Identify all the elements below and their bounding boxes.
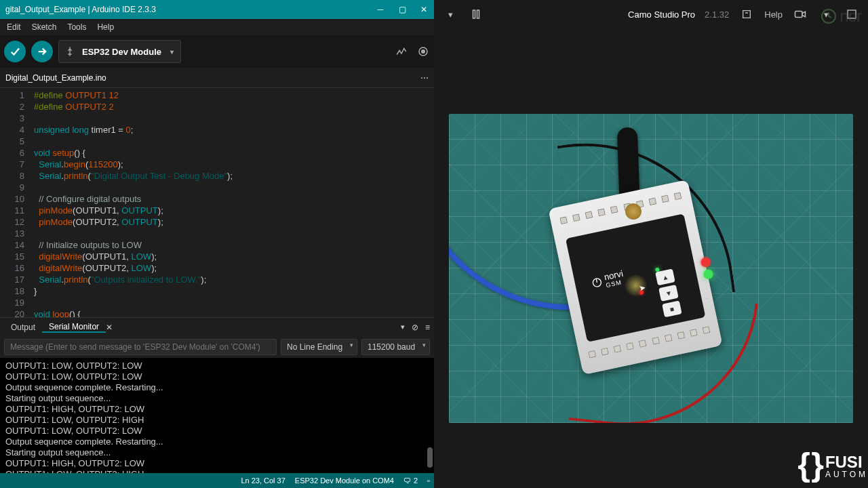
serial-message-input[interactable] <box>4 339 277 355</box>
code-line[interactable]: 2#define OUTPUT2 2 <box>0 101 434 113</box>
close-panel-icon[interactable]: ▫ <box>427 476 430 485</box>
board-name: ESP32 Dev Module <box>82 47 161 57</box>
panel-menu-icon[interactable]: ≡ <box>425 323 430 332</box>
close-serial-icon[interactable]: ✕ <box>106 323 115 332</box>
code-line[interactable]: 16 digitalWrite(OUTPUT2, LOW); <box>0 262 434 274</box>
menu-tools[interactable]: Tools <box>62 22 92 32</box>
notification-badge[interactable]: 🗨2 <box>403 476 418 485</box>
help-icon[interactable] <box>738 6 755 22</box>
menu-edit[interactable]: Edit <box>1 22 26 32</box>
console-line: Output sequence complete. Restarting... <box>5 382 429 393</box>
console-line: Starting output sequence... <box>5 393 429 404</box>
code-line[interactable]: 13 <box>0 228 434 239</box>
code-line[interactable]: 7 Serial.begin(115200); <box>0 159 434 170</box>
code-editor[interactable]: 1#define OUTPUT1 122#define OUTPUT2 234u… <box>0 88 434 317</box>
camera-preview: norvi GSM ➤ ▲ ▼ ■ <box>434 49 868 488</box>
code-line[interactable]: 8 Serial.println("Digital Output Test - … <box>0 170 434 182</box>
tab-menu-icon[interactable]: ⋯ <box>420 73 429 83</box>
svg-point-1 <box>422 50 425 54</box>
app-version: 2.1.32 <box>705 9 729 20</box>
code-line[interactable]: 15 digitalWrite(OUTPUT1, LOW); <box>0 251 434 262</box>
line-ending-select[interactable]: No Line Ending <box>281 339 357 355</box>
console-line: Starting output sequence... <box>5 447 429 458</box>
maximize-button[interactable]: ▢ <box>397 5 407 14</box>
code-line[interactable]: 19 <box>0 297 434 308</box>
code-line[interactable]: 11 pinMode(OUTPUT1, OUTPUT); <box>0 205 434 216</box>
tab-serial-monitor[interactable]: Serial Monitor <box>42 322 106 333</box>
help-label[interactable]: Help <box>764 9 783 20</box>
serial-console[interactable]: OUTPUT1: LOW, OUTPUT2: LOWOUTPUT1: LOW, … <box>0 358 434 473</box>
cutting-mat: norvi GSM ➤ ▲ ▼ ■ <box>449 114 853 423</box>
code-line[interactable]: 9 <box>0 182 434 193</box>
svg-rect-3 <box>477 10 479 18</box>
upload-button[interactable] <box>31 41 53 62</box>
code-line[interactable]: 1#define OUTPUT1 12 <box>0 89 434 101</box>
code-line[interactable]: 14 // Initialize outputs to LOW <box>0 239 434 251</box>
pause-button[interactable] <box>468 6 484 22</box>
bottom-panel-tabs: Output Serial Monitor ✕ ▾ ⊘ ≡ <box>0 317 434 336</box>
camo-toolbar: ▾ Camo Studio Pro 2.1.32 Help ▾ <box>434 0 868 28</box>
console-line: OUTPUT1: LOW, OUTPUT2: LOW <box>5 426 429 436</box>
toolbar: ESP32 Dev Module <box>0 35 434 68</box>
code-line[interactable]: 6void setup() { <box>0 147 434 159</box>
code-line[interactable]: 10 // Configure digital outputs <box>0 193 434 205</box>
editor-tabbar: Digital_Output_Example.ino ⋯ <box>0 68 434 88</box>
window-title: gital_Output_Example | Arduino IDE 2.3.3 <box>5 5 376 14</box>
tab-output[interactable]: Output <box>4 323 42 332</box>
editor-tab[interactable]: Digital_Output_Example.ino <box>5 73 106 83</box>
console-line: OUTPUT1: HIGH, OUTPUT2: LOW <box>5 404 429 415</box>
menu-help[interactable]: Help <box>92 22 119 32</box>
board-selector[interactable]: ESP32 Dev Module <box>58 40 181 63</box>
serial-input-row: No Line Ending 115200 baud <box>0 336 434 358</box>
console-line: Output sequence complete. Restarting... <box>5 436 429 447</box>
chevron-down-icon[interactable]: ▾ <box>442 6 458 22</box>
svg-rect-4 <box>795 12 803 18</box>
up-button: ▲ <box>655 268 675 285</box>
chevron-down-icon[interactable]: ▾ <box>401 323 405 331</box>
camera-icon[interactable] <box>792 6 808 22</box>
brand-watermark: nor <box>821 7 861 26</box>
titlebar: gital_Output_Example | Arduino IDE 2.3.3… <box>0 0 434 19</box>
code-line[interactable]: 5 <box>0 136 434 147</box>
red-cable <box>568 285 757 423</box>
port-status: ESP32 Dev Module on COM4 <box>295 476 394 485</box>
verify-button[interactable] <box>4 41 26 62</box>
console-line: OUTPUT1: LOW, OUTPUT2: HIGH <box>5 469 429 473</box>
code-line[interactable]: 12 pinMode(OUTPUT2, OUTPUT); <box>0 216 434 228</box>
menubar: Edit Sketch Tools Help <box>0 19 434 35</box>
app-title: Camo Studio Pro <box>628 9 695 20</box>
console-line: OUTPUT1: LOW, OUTPUT2: HIGH <box>5 415 429 426</box>
minimize-button[interactable]: ─ <box>376 5 385 14</box>
console-line: OUTPUT1: LOW, OUTPUT2: LOW <box>5 361 429 371</box>
code-line[interactable]: 3 <box>0 113 434 124</box>
arduino-ide: gital_Output_Example | Arduino IDE 2.3.3… <box>0 0 434 488</box>
code-line[interactable]: 4unsigned long timer1 = 0; <box>0 124 434 136</box>
baud-rate-select[interactable]: 115200 baud <box>361 339 430 355</box>
code-line[interactable]: 20void loop() { <box>0 308 434 317</box>
scrollbar-thumb[interactable] <box>427 447 433 468</box>
camo-studio: ▾ Camo Studio Pro 2.1.32 Help ▾ nor <box>434 0 868 488</box>
menu-sketch[interactable]: Sketch <box>26 22 62 32</box>
svg-rect-2 <box>473 10 475 18</box>
serial-monitor-icon[interactable] <box>416 45 430 58</box>
console-line: OUTPUT1: HIGH, OUTPUT2: LOW <box>5 458 429 469</box>
fusion-logo: { } FUSI AUTOM <box>797 451 868 479</box>
code-line[interactable]: 18} <box>0 285 434 297</box>
code-line[interactable]: 17 Serial.println("Outputs initialized t… <box>0 274 434 285</box>
console-line: OUTPUT1: LOW, OUTPUT2: LOW <box>5 371 429 382</box>
close-button[interactable]: ✕ <box>419 5 429 14</box>
serial-plotter-icon[interactable] <box>395 45 408 58</box>
cursor-position: Ln 23, Col 37 <box>241 476 285 485</box>
usb-icon <box>64 46 75 57</box>
statusbar: Ln 23, Col 37 ESP32 Dev Module on COM4 🗨… <box>0 473 434 488</box>
clear-output-icon[interactable]: ⊘ <box>412 323 418 332</box>
